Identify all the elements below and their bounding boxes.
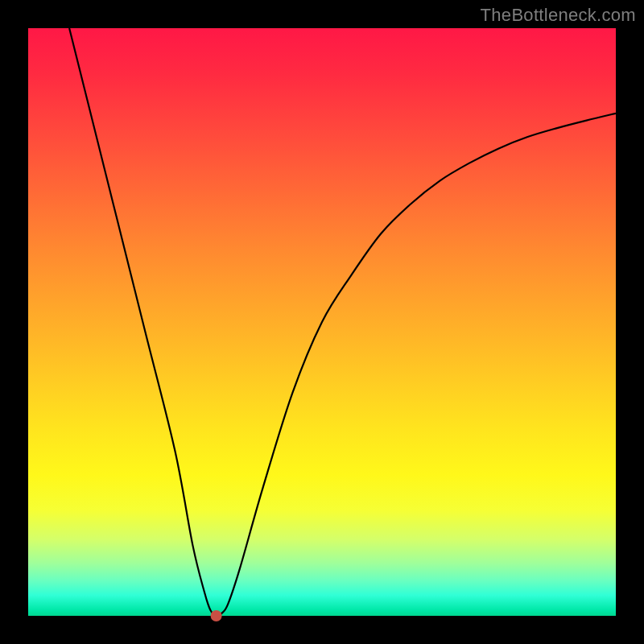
optimal-point-marker <box>211 610 222 621</box>
bottleneck-curve <box>69 28 616 616</box>
curve-layer <box>28 28 616 616</box>
watermark-text: TheBottleneck.com <box>481 5 636 26</box>
plot-area <box>28 28 616 616</box>
chart-frame: TheBottleneck.com <box>0 0 644 644</box>
